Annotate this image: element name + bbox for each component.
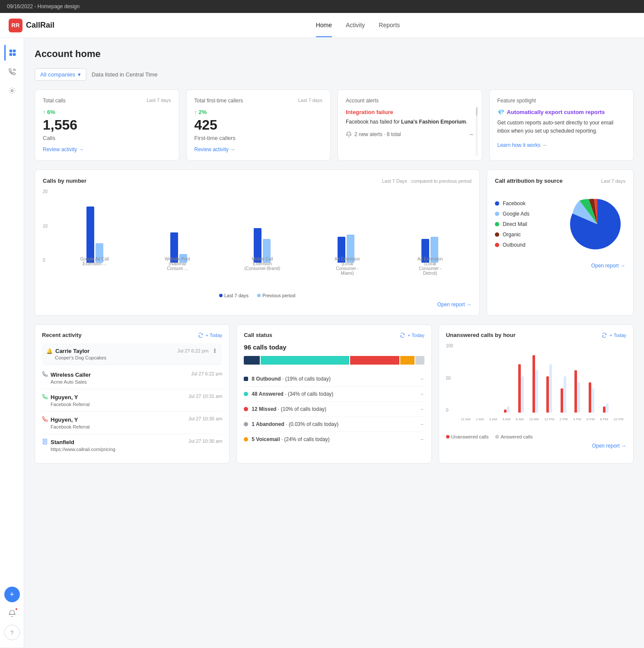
activity-item-1[interactable]: 🔔 Carrie Taylor Jul 27 6:22 pm Cooper's … [42,343,222,365]
activity-item-2[interactable]: Wireless Caller Jul 27 6:22 pm Acme Auto… [42,367,222,389]
logo-name: CallRail [26,21,54,30]
activity-sub-4: Facebook Referral [42,424,222,429]
hour-bar-group-0 [458,412,472,413]
nav-activity[interactable]: Activity [346,14,365,37]
call-status-refresh[interactable]: + Today [400,333,424,338]
bell-icon[interactable] [4,606,20,621]
status-answered[interactable]: 48 Answered · (34% of calls today) → [244,387,424,402]
svg-rect-3 [13,53,16,56]
facebook-dot [495,201,499,206]
organic-dot [495,232,499,237]
chevron-down-icon: ▾ [78,71,81,78]
hour-bar-group-8 [571,370,584,413]
first-time-unit: First-time callers [194,135,323,141]
answered-segment [261,356,349,365]
unanswered-link[interactable]: Open report → [446,443,626,449]
content-area: Account home All companies ▾ Data listed… [24,38,644,647]
abandoned-segment [415,356,424,365]
bar-group-1 [86,206,103,263]
sidebar-item-calls[interactable] [4,64,20,79]
answered-bar [577,382,580,413]
add-icon[interactable]: + [4,587,20,602]
refresh-icon [198,333,203,338]
answered-bar [536,370,538,413]
legend-google-ads: Google Ads [495,211,529,217]
activity-sub-5: https://www.callrail.com/pricing [42,447,222,452]
phone-icon-2 [42,371,48,378]
stats-row: Total calls Last 7 days ↑ 6% 1,556 Calls… [35,89,634,161]
status-outbound[interactable]: 8 Outbound · (19% of calls today) → [244,372,424,387]
legend-direct-mail: Direct Mail [495,221,529,227]
activity-item-4[interactable]: Hguyen, Y Jul 27 10:30 am Facebook Refer… [42,412,222,434]
hour-bar-group-3 [500,407,513,413]
unanswered-bar [603,407,606,413]
hour-bar-group-10 [599,403,612,413]
unanswered-refresh[interactable]: + Today [602,333,626,338]
unanswered-bar [589,382,591,413]
first-time-label: Total first-time callers [194,98,243,104]
alert-badge: 2 new alerts · 8 total [346,131,401,137]
calls-by-number-title: Calls by number [43,178,86,184]
alert-arrow[interactable]: → [468,131,474,138]
sidebar-item-dashboard[interactable] [4,45,20,60]
spotlight-link[interactable]: Learn how it works → [497,142,626,148]
call-attribution-link[interactable]: Open report → [495,263,625,269]
calls-by-number-header: Calls by number Last 7 Days compared to … [43,178,472,184]
spotlight-feature-title: 💎 Automatically export custom reports [497,109,626,115]
status-voicemail[interactable]: 5 Voicemail · (24% of calls today) → [244,432,424,447]
svg-point-7 [214,352,215,353]
diamond-icon: 💎 [497,109,504,115]
direct-mail-dot [495,222,499,226]
unanswered-legend-dot [446,435,450,438]
svg-point-5 [214,349,215,349]
hour-bar-group-1 [472,412,485,413]
hour-chart-container: 100 50 0 12 AM 2 AM 4 AM 6 AM 8 AM [446,343,626,421]
unanswered-bar [546,376,549,413]
activity-item-5[interactable]: Stanfield Jul 27 10:30 am https://www.ca… [42,434,222,456]
activity-refresh[interactable]: + Today [198,333,223,338]
activity-time-5: Jul 27 10:30 am [188,438,222,444]
x-label-3: Mobile Call Extension(Consumer-Brand) [243,257,282,276]
unanswered-bar [574,370,577,413]
bar-chart-container: 20 10 0 [43,189,472,276]
activity-time-3: Jul 27 10:31 am [188,394,222,399]
company-filter[interactable]: All companies ▾ [35,68,86,81]
calls-by-number-link[interactable]: Open report → [43,302,472,308]
nav-home[interactable]: Home [316,14,332,37]
unanswered-title: Unanswered calls by hour [446,332,516,338]
pie-chart-svg [569,196,625,252]
top-bar-label: 09/16/2022 - Homepage design [7,3,80,10]
first-time-value: 425 [194,117,323,133]
svg-point-6 [214,350,215,351]
first-time-link[interactable]: Review activity → [194,146,323,152]
hour-bar-group-2 [486,412,500,413]
nav-bar: RR CallRail Home Activity Reports [0,13,644,38]
activity-item-3[interactable]: Hguyen, Y Jul 27 10:31 am Facebook Refer… [42,389,222,412]
sidebar-item-settings[interactable] [4,83,20,98]
answered-bar [592,388,594,413]
y-axis: 20 10 0 [43,189,51,263]
total-calls-period: Last 7 days [147,98,171,103]
answered-bar [606,403,609,413]
menu-icon[interactable] [212,348,218,354]
status-missed[interactable]: 12 Missed · (10% of calls today) → [244,402,424,417]
x-axis: Google Ad CallExtension ... Website Pool… [53,257,472,276]
pie-legend: Facebook Google Ads Direct Mail Org [495,200,529,248]
first-time-callers-card: Total first-time callers Last 7 days ↑ 2… [186,89,331,161]
hour-legend: Unanswered calls Answered calls [446,434,626,439]
status-abandoned[interactable]: 1 Abandoned · (0.03% of calls today) → [244,417,424,432]
answered-bar [549,364,552,413]
activity-title: Recent activity [42,332,82,338]
logo-icon: RR [9,19,22,32]
nav-reports[interactable]: Reports [379,14,400,37]
help-icon[interactable]: ? [4,625,20,640]
total-calls-link[interactable]: Review activity → [43,146,171,152]
timezone-note: Data listed in Central Time [92,71,157,78]
x-label-4: Ad Extension (LocalConsumer - Miami) [330,257,365,276]
first-time-period: Last 7 days [298,98,322,103]
google-ads-dot [495,212,499,216]
total-calls-unit: Calls [43,135,171,141]
alert-failure-text: Integration failure [346,109,474,115]
hour-bar-group-6 [542,364,556,413]
sidebar-bottom: + ? [4,587,20,640]
